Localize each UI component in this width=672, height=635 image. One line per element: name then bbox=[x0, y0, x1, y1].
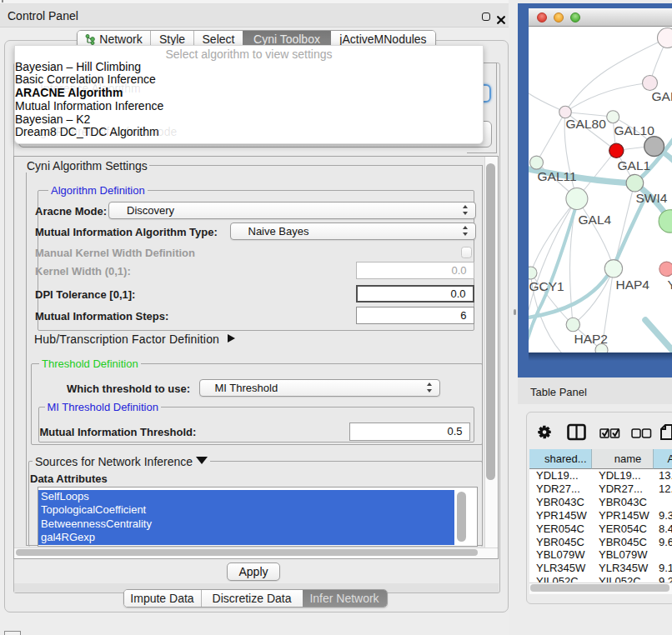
svg-text:GAL11: GAL11 bbox=[537, 168, 576, 182]
svg-text:Y: Y bbox=[667, 277, 672, 291]
svg-text:GAL4: GAL4 bbox=[578, 212, 611, 226]
svg-text:GAL80: GAL80 bbox=[565, 116, 606, 130]
svg-text:HAP4: HAP4 bbox=[615, 277, 649, 291]
svg-text:GCY1: GCY1 bbox=[529, 278, 564, 292]
svg-text:GAL10: GAL10 bbox=[614, 122, 654, 137]
svg-text:GAL1: GAL1 bbox=[617, 158, 650, 172]
svg-text:SWI4: SWI4 bbox=[635, 190, 667, 204]
svg-text:HAP2: HAP2 bbox=[574, 331, 608, 345]
svg-text:GAL: GAL bbox=[651, 88, 672, 102]
